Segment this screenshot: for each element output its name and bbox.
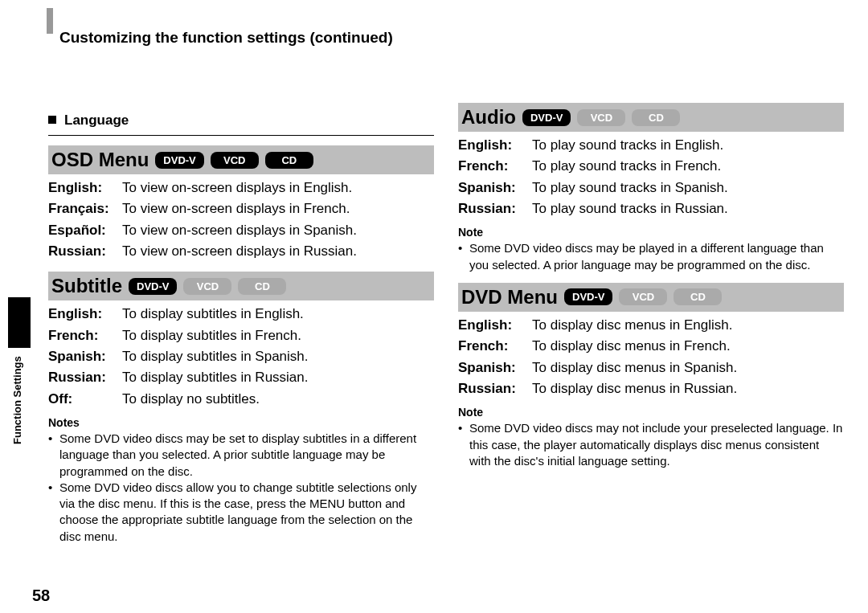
osd-menu-list: English:To view on-screen displays in En… [48, 178, 434, 262]
content-columns: Language OSD Menu DVD-V VCD CD English:T… [48, 103, 844, 545]
list-item: Russian:To display disc menus in Russian… [458, 378, 844, 399]
subtitle-title: Subtitle [51, 275, 122, 297]
subtitle-heading: Subtitle DVD-V VCD CD [48, 272, 434, 300]
dvdv-badge: DVD-V [155, 152, 203, 169]
vcd-badge: VCD [577, 109, 625, 126]
note-heading: Note [458, 226, 844, 239]
list-item: Russian:To play sound tracks in Russian. [458, 198, 844, 219]
osd-menu-heading: OSD Menu DVD-V VCD CD [48, 145, 434, 174]
page-title: Customizing the function settings (conti… [59, 29, 844, 47]
osd-menu-title: OSD Menu [51, 149, 149, 171]
vcd-badge: VCD [211, 152, 259, 169]
note-heading: Note [458, 406, 844, 419]
list-item: Français:To view on-screen displays in F… [48, 198, 434, 219]
title-accent-bar [47, 8, 53, 34]
list-item: English:To display disc menus in English… [458, 315, 844, 336]
list-item: Off:To display no subtitles. [48, 389, 434, 410]
vcd-badge: VCD [619, 288, 667, 305]
note-item: •Some DVD video discs may be played in a… [458, 240, 844, 273]
list-item: English:To play sound tracks in English. [458, 135, 844, 156]
cd-badge: CD [632, 109, 680, 126]
subtitle-notes: •Some DVD video discs may be set to disp… [48, 431, 434, 545]
dvd-menu-notes: •Some DVD video discs may not include yo… [458, 420, 844, 469]
audio-heading: Audio DVD-V VCD CD [458, 103, 844, 132]
divider-line [48, 135, 434, 136]
list-item: Russian:To view on-screen displays in Ru… [48, 241, 434, 262]
cd-badge: CD [265, 152, 313, 169]
square-icon [48, 116, 56, 124]
list-item: French:To play sound tracks in French. [458, 156, 844, 177]
audio-notes: •Some DVD video discs may be played in a… [458, 240, 844, 273]
list-item: Spanish:To display subtitles in Spanish. [48, 346, 434, 367]
dvd-menu-list: English:To display disc menus in English… [458, 315, 844, 399]
dvd-menu-title: DVD Menu [461, 286, 558, 309]
list-item: French:To display subtitles in French. [48, 325, 434, 346]
list-item: English:To view on-screen displays in En… [48, 178, 434, 198]
dvdv-badge: DVD-V [564, 288, 612, 305]
vcd-badge: VCD [183, 278, 231, 295]
side-tab-marker [8, 297, 31, 348]
audio-list: English:To play sound tracks in English.… [458, 135, 844, 219]
right-column: Audio DVD-V VCD CD English:To play sound… [458, 103, 844, 545]
dvdv-badge: DVD-V [129, 278, 177, 295]
dvdv-badge: DVD-V [522, 109, 571, 126]
left-column: Language OSD Menu DVD-V VCD CD English:T… [48, 103, 434, 545]
dvd-menu-heading: DVD Menu DVD-V VCD CD [458, 283, 844, 312]
list-item: Spanish:To play sound tracks in Spanish. [458, 178, 844, 198]
note-item: •Some DVD video discs allow you to chang… [48, 480, 434, 545]
cd-badge: CD [674, 288, 722, 305]
list-item: Español:To view on-screen displays in Sp… [48, 220, 434, 241]
note-item: •Some DVD video discs may be set to disp… [48, 431, 434, 480]
side-vertical-label: Function Settings [11, 356, 23, 444]
audio-title: Audio [461, 106, 516, 129]
cd-badge: CD [238, 278, 286, 295]
list-item: Spanish:To display disc menus in Spanish… [458, 358, 844, 378]
page-number: 58 [32, 586, 50, 605]
notes-heading: Notes [48, 416, 434, 429]
page: Customizing the function settings (conti… [0, 0, 868, 613]
list-item: English:To display subtitles in English. [48, 304, 434, 325]
subtitle-list: English:To display subtitles in English.… [48, 304, 434, 410]
note-item: •Some DVD video discs may not include yo… [458, 420, 844, 469]
language-section-label: Language [48, 112, 434, 129]
list-item: French:To display disc menus in French. [458, 336, 844, 357]
list-item: Russian:To display subtitles in Russian. [48, 367, 434, 388]
